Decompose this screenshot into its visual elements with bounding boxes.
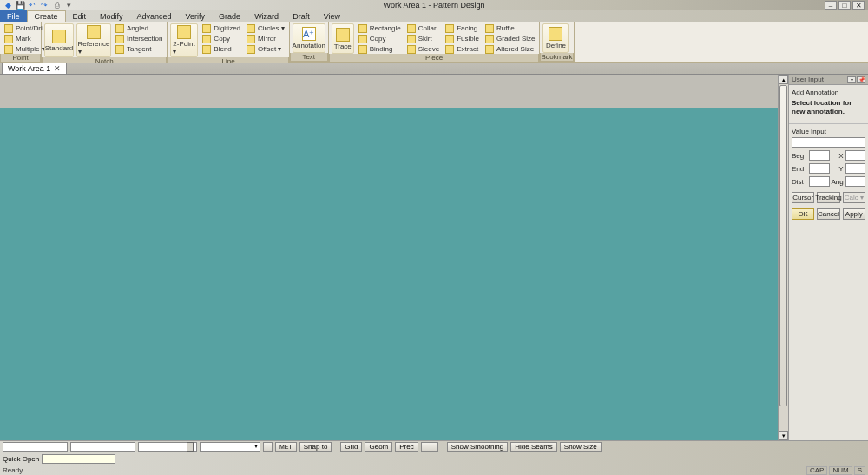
scroll-down-icon[interactable]: ▾: [779, 431, 788, 440]
fusible-button[interactable]: Fusible: [444, 34, 481, 43]
menu-draft[interactable]: Draft: [286, 10, 317, 22]
ok-button[interactable]: OK: [792, 208, 814, 220]
end-input[interactable]: [809, 163, 830, 174]
trace-button[interactable]: Trace: [332, 23, 354, 54]
offset-button[interactable]: Offset ▾: [245, 44, 286, 54]
hide-seams-button[interactable]: Hide Seams: [510, 442, 557, 452]
gradedsize-button[interactable]: Graded Size: [483, 34, 536, 43]
panel-pin-icon[interactable]: 📌: [857, 76, 865, 83]
calc-button[interactable]: Calc ▾: [843, 192, 865, 203]
quickopen-input[interactable]: [42, 454, 115, 464]
vertical-scrollbar[interactable]: ▴ ▾: [778, 75, 788, 440]
grid-button[interactable]: Grid: [340, 442, 362, 452]
beg-input[interactable]: [809, 150, 830, 161]
menu-wizard[interactable]: Wizard: [247, 10, 286, 22]
tracking-button[interactable]: Tracking: [817, 192, 839, 203]
snapto-button[interactable]: Snap to: [299, 442, 332, 452]
copy-button[interactable]: Copy: [201, 34, 242, 43]
tangent-icon: [115, 45, 124, 54]
ruffle-button[interactable]: Ruffle: [483, 23, 536, 33]
menu-view[interactable]: View: [317, 10, 347, 22]
scroll-up-icon[interactable]: ▴: [779, 75, 788, 84]
twopoint-button[interactable]: 2-Point ▾: [170, 23, 198, 57]
annotation-button[interactable]: A⁺Annotation: [293, 23, 326, 53]
pointdrill-button[interactable]: Point/Drill: [3, 23, 47, 33]
facing-button[interactable]: Facing: [444, 23, 481, 33]
geom-button[interactable]: Geom: [365, 442, 392, 452]
ribbon-group-notch: Standard Reference ▾ Angled Intersection…: [42, 22, 168, 62]
mark-button[interactable]: Mark: [3, 34, 47, 43]
menu-create[interactable]: Create: [27, 10, 66, 22]
misc-toggle[interactable]: [421, 442, 438, 452]
cursor-button[interactable]: Cursor: [792, 192, 814, 203]
ang-input[interactable]: [845, 176, 866, 187]
menu-verify[interactable]: Verify: [179, 10, 213, 22]
standard-button[interactable]: Standard: [44, 23, 74, 57]
sleeve-button[interactable]: Sleeve: [405, 44, 441, 54]
menu-advanced[interactable]: Advanced: [130, 10, 179, 22]
minimize-button[interactable]: –: [825, 1, 837, 10]
prec-button[interactable]: Prec: [395, 442, 418, 452]
angled-button[interactable]: Angled: [114, 23, 164, 33]
slider-thumb[interactable]: [187, 442, 194, 452]
blend-button[interactable]: Blend: [201, 44, 242, 54]
skirt-button[interactable]: Skirt: [405, 34, 441, 43]
mirror-button[interactable]: Mirror: [245, 34, 286, 43]
multiple-button[interactable]: Multiple ▾: [3, 44, 47, 54]
show-smoothing-button[interactable]: Show Smoothing: [447, 442, 508, 452]
apply-button[interactable]: Apply: [843, 208, 865, 220]
extract-button[interactable]: Extract: [444, 44, 481, 54]
multiple-icon: [4, 45, 13, 54]
intersection-button[interactable]: Intersection: [114, 34, 164, 43]
cancel-button[interactable]: Cancel: [817, 208, 839, 220]
qat-dropdown-icon[interactable]: ▾: [64, 1, 73, 10]
alteredsize-icon: [485, 45, 494, 54]
panel-dropdown-icon[interactable]: ▾: [847, 76, 856, 83]
gradedsize-label: Graded Size: [496, 35, 535, 43]
status-num: NUM: [829, 466, 852, 475]
reference-button[interactable]: Reference ▾: [76, 23, 111, 57]
ribbon-group-bookmark: Define Bookmark: [540, 22, 574, 62]
angled-label: Angled: [127, 24, 148, 32]
print-icon[interactable]: ⎙: [52, 1, 61, 10]
circles-button[interactable]: Circles ▾: [245, 23, 286, 33]
zoom-slider[interactable]: [138, 442, 197, 452]
digitized-button[interactable]: Digitized: [201, 23, 242, 33]
maximize-button[interactable]: □: [838, 1, 851, 10]
tangent-button[interactable]: Tangent: [114, 44, 164, 54]
y-input[interactable]: [845, 163, 866, 174]
undo-icon[interactable]: ↶: [28, 1, 36, 10]
piece-copy-button[interactable]: Copy: [357, 34, 403, 43]
x-input[interactable]: [845, 150, 866, 161]
scroll-thumb[interactable]: [779, 85, 787, 406]
extract-label: Extract: [457, 45, 478, 53]
save-icon[interactable]: 💾: [16, 1, 24, 10]
menu-edit[interactable]: Edit: [66, 10, 94, 22]
menu-file[interactable]: File: [0, 10, 27, 22]
menu-grade[interactable]: Grade: [212, 10, 247, 22]
redo-icon[interactable]: ↷: [40, 1, 49, 10]
digitized-icon: [202, 24, 211, 33]
value-input[interactable]: [792, 137, 865, 148]
rectangle-icon: [358, 24, 367, 33]
facing-label: Facing: [457, 24, 477, 32]
mark-label: Mark: [16, 35, 31, 43]
app-title: Work Area 1 - Pattern Design: [384, 1, 485, 10]
canvas[interactable]: [0, 108, 778, 440]
layer-dropdown[interactable]: [200, 442, 260, 452]
unit-toggle-1[interactable]: [263, 442, 273, 452]
alteredsize-button[interactable]: Altered Size: [483, 44, 536, 54]
unit-met-button[interactable]: MET: [275, 442, 297, 452]
binding-button[interactable]: Binding: [357, 44, 403, 54]
doc-tab-workarea1[interactable]: Work Area 1 ✕: [2, 63, 67, 74]
dist-input[interactable]: [809, 176, 830, 187]
doc-tab-close-icon[interactable]: ✕: [54, 64, 61, 73]
close-button[interactable]: ✕: [852, 1, 865, 10]
menu-modify[interactable]: Modify: [93, 10, 130, 22]
show-size-button[interactable]: Show Size: [560, 442, 602, 452]
define-button[interactable]: Define: [542, 23, 569, 53]
collar-button[interactable]: Collar: [405, 23, 441, 33]
rectangle-button[interactable]: Rectangle: [357, 23, 403, 33]
status-ready: Ready: [3, 466, 23, 474]
panel-title: User Input: [792, 76, 824, 83]
